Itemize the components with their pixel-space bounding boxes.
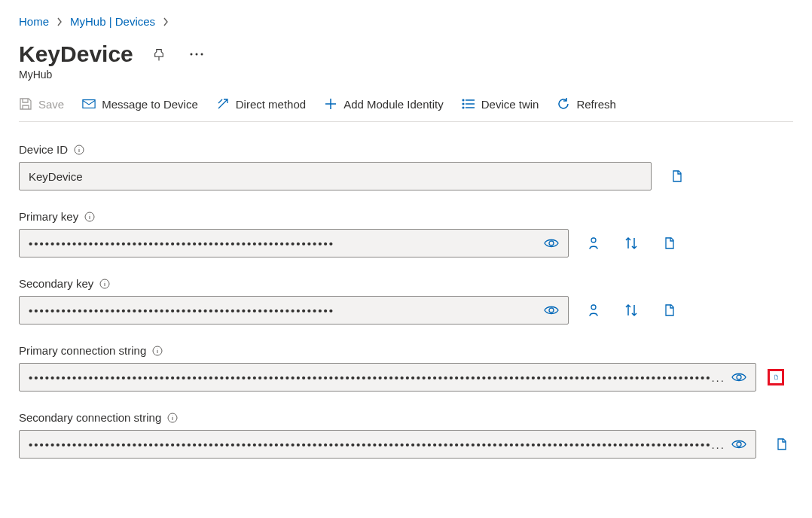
svg-rect-3	[83, 100, 95, 108]
secondary-conn-label: Secondary connection string	[19, 411, 161, 424]
swap-button[interactable]	[623, 302, 640, 318]
primary-key-input[interactable]: ••••••••••••••••••••••••••••••••••••••••…	[19, 229, 569, 257]
save-button: Save	[19, 97, 64, 111]
add-module-button[interactable]: Add Module Identity	[324, 97, 444, 111]
svg-point-15	[737, 375, 741, 379]
svg-point-1	[195, 53, 197, 56]
swap-button[interactable]	[623, 235, 640, 251]
svg-point-17	[737, 442, 741, 446]
device-twin-button[interactable]: Device twin	[462, 97, 539, 111]
more-button[interactable]	[185, 42, 209, 66]
svg-point-10	[591, 238, 596, 242]
save-label: Save	[38, 98, 64, 111]
reveal-button[interactable]	[544, 238, 559, 248]
regenerate-button[interactable]	[585, 302, 602, 318]
svg-point-2	[200, 53, 203, 56]
device-id-field: Device ID KeyDevice	[19, 143, 793, 190]
refresh-label: Refresh	[576, 98, 616, 111]
secondary-key-value: ••••••••••••••••••••••••••••••••••••••••…	[29, 304, 538, 317]
copy-button[interactable]	[773, 436, 789, 452]
message-to-device-button[interactable]: Message to Device	[82, 97, 198, 111]
copy-button[interactable]	[661, 302, 677, 318]
title-row: KeyDevice	[19, 41, 793, 67]
svg-point-5	[462, 103, 464, 105]
primary-key-label: Primary key	[19, 210, 78, 223]
svg-point-13	[591, 305, 596, 309]
primary-conn-input[interactable]: ••••••••••••••••••••••••••••••••••••••••…	[19, 363, 756, 392]
toolbar: Save Message to Device Direct method Add…	[19, 97, 793, 122]
svg-point-6	[462, 107, 464, 108]
breadcrumb: Home MyHub | Devices	[19, 15, 793, 28]
plus-icon	[324, 97, 337, 111]
refresh-button[interactable]: Refresh	[557, 97, 616, 111]
primary-conn-label: Primary connection string	[19, 344, 146, 357]
primary-conn-value: ••••••••••••••••••••••••••••••••••••••••…	[29, 371, 725, 384]
twin-label: Device twin	[481, 98, 539, 111]
secondary-key-input[interactable]: ••••••••••••••••••••••••••••••••••••••••…	[19, 296, 569, 325]
reveal-button[interactable]	[731, 372, 746, 382]
secondary-key-field: Secondary key ••••••••••••••••••••••••••…	[19, 277, 793, 325]
chevron-right-icon	[56, 17, 63, 26]
device-id-input[interactable]: KeyDevice	[19, 162, 652, 190]
refresh-icon	[557, 97, 570, 111]
regenerate-button[interactable]	[585, 235, 602, 251]
page-title: KeyDevice	[19, 41, 133, 67]
breadcrumb-home[interactable]: Home	[19, 15, 49, 28]
secondary-conn-input[interactable]: ••••••••••••••••••••••••••••••••••••••••…	[19, 430, 756, 459]
secondary-conn-value: ••••••••••••••••••••••••••••••••••••••••…	[29, 438, 725, 451]
info-icon[interactable]	[152, 346, 163, 356]
direct-label: Direct method	[236, 98, 306, 111]
primary-conn-field: Primary connection string ••••••••••••••…	[19, 344, 793, 392]
direct-icon	[216, 97, 230, 111]
reveal-button[interactable]	[544, 305, 559, 315]
primary-key-value: ••••••••••••••••••••••••••••••••••••••••…	[29, 237, 538, 250]
device-id-value: KeyDevice	[29, 170, 83, 183]
subtitle: MyHub	[19, 69, 793, 81]
info-icon[interactable]	[99, 279, 110, 289]
reveal-button[interactable]	[731, 439, 746, 449]
device-id-label: Device ID	[19, 143, 68, 156]
save-icon	[19, 97, 32, 111]
secondary-key-label: Secondary key	[19, 277, 93, 290]
svg-point-9	[549, 241, 554, 245]
list-icon	[462, 97, 475, 111]
direct-method-button[interactable]: Direct method	[216, 97, 306, 111]
svg-point-0	[190, 53, 192, 56]
secondary-conn-field: Secondary connection string ••••••••••••…	[19, 411, 793, 459]
info-icon[interactable]	[167, 413, 178, 423]
mail-icon	[82, 97, 96, 111]
copy-button[interactable]	[661, 235, 677, 251]
info-icon[interactable]	[74, 145, 84, 155]
breadcrumb-hub[interactable]: MyHub | Devices	[70, 15, 155, 28]
pin-button[interactable]	[147, 42, 171, 66]
info-icon[interactable]	[84, 212, 95, 222]
svg-point-4	[462, 99, 464, 101]
primary-key-field: Primary key ••••••••••••••••••••••••••••…	[19, 210, 793, 257]
chevron-right-icon	[163, 17, 169, 26]
message-label: Message to Device	[102, 98, 198, 111]
svg-point-12	[549, 308, 554, 312]
add-module-label: Add Module Identity	[343, 98, 444, 111]
copy-button[interactable]	[668, 168, 685, 184]
copy-button-highlighted[interactable]	[768, 369, 784, 385]
